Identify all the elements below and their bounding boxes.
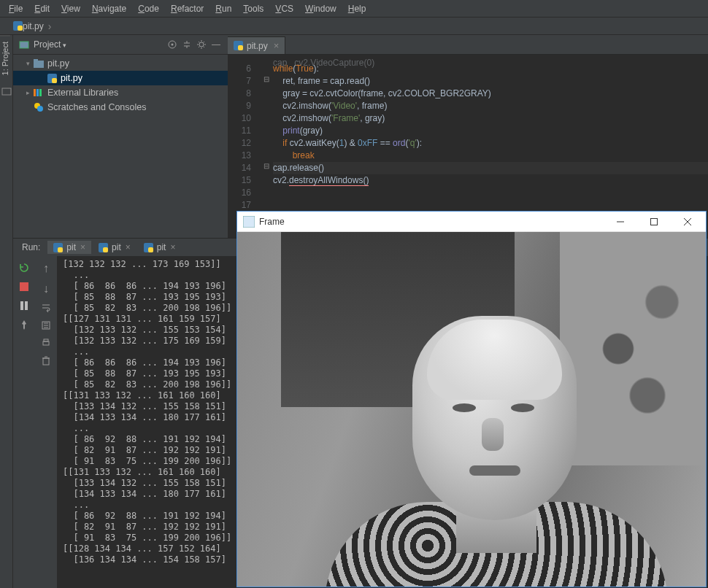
svg-point-6 — [199, 42, 204, 47]
frame-title: Frame — [259, 217, 604, 227]
python-file-icon — [234, 41, 243, 50]
menu-bar: FileEditViewNavigateCodeRefactorRunTools… — [0, 0, 708, 18]
menu-navigate[interactable]: Navigate — [86, 2, 132, 15]
svg-rect-1 — [18, 26, 23, 31]
pause-icon[interactable] — [18, 300, 30, 312]
scroll-to-end-icon[interactable] — [41, 320, 51, 330]
svg-point-15 — [37, 106, 43, 112]
left-stripe: 1: Project — [0, 35, 13, 588]
project-panel-header: Project — — [13, 35, 228, 55]
svg-rect-32 — [651, 218, 658, 225]
frame-image — [237, 232, 706, 587]
editor-tab-label: pit.py — [247, 41, 268, 51]
menu-window[interactable]: Window — [299, 2, 342, 15]
menu-view[interactable]: View — [55, 2, 86, 15]
hide-icon[interactable]: — — [210, 39, 222, 50]
close-button[interactable] — [671, 212, 704, 232]
up-arrow-icon[interactable]: ↑ — [43, 262, 49, 275]
tree-item-scratches-and-consoles[interactable]: Scratches and Consoles — [13, 100, 228, 115]
structure-icon[interactable] — [1, 87, 12, 97]
svg-rect-23 — [148, 247, 153, 252]
svg-rect-12 — [36, 89, 39, 96]
scratch-icon — [34, 102, 44, 112]
close-icon[interactable]: × — [80, 242, 85, 252]
gear-icon[interactable] — [196, 39, 207, 50]
collapse-all-icon[interactable] — [181, 39, 193, 50]
menu-run[interactable]: Run — [209, 2, 237, 15]
menu-edit[interactable]: Edit — [28, 2, 55, 15]
locate-icon[interactable] — [166, 39, 178, 50]
chevron-right-icon: › — [48, 20, 52, 32]
menu-file[interactable]: File — [3, 2, 28, 15]
run-tab-1[interactable]: pit× — [93, 241, 136, 254]
menu-tools[interactable]: Tools — [237, 2, 269, 15]
svg-rect-30 — [43, 358, 49, 365]
close-icon[interactable]: × — [126, 242, 131, 252]
run-right-toolbar: ↑ ↓ — [35, 256, 57, 588]
tree-item-pit-py[interactable]: pit.py — [13, 71, 228, 85]
svg-rect-31 — [243, 216, 255, 228]
svg-rect-8 — [34, 59, 38, 62]
rerun-icon[interactable] — [18, 262, 30, 274]
breadcrumb-file[interactable]: pit.py — [23, 21, 44, 31]
run-label: Run: — [22, 242, 40, 252]
stop-icon[interactable] — [18, 281, 30, 293]
svg-rect-29 — [44, 339, 48, 341]
pin-icon[interactable] — [18, 319, 30, 330]
svg-rect-24 — [20, 282, 28, 291]
svg-rect-10 — [52, 78, 57, 83]
svg-rect-11 — [34, 89, 36, 96]
maximize-button[interactable] — [637, 212, 671, 232]
svg-rect-28 — [43, 341, 49, 345]
project-icon — [19, 39, 29, 50]
close-icon[interactable]: × — [170, 242, 175, 252]
frame-titlebar[interactable]: Frame — [237, 212, 706, 232]
svg-rect-3 — [20, 42, 28, 48]
print-icon[interactable] — [41, 338, 51, 348]
project-tool-tab[interactable]: 1: Project — [0, 35, 10, 81]
svg-rect-17 — [238, 45, 243, 50]
svg-rect-13 — [39, 89, 42, 96]
run-tab-0[interactable]: pit× — [47, 241, 91, 254]
svg-rect-25 — [20, 301, 23, 310]
trash-icon[interactable] — [42, 355, 50, 365]
svg-rect-19 — [58, 247, 63, 252]
breadcrumb: pit.py › — [0, 18, 708, 35]
py-icon — [47, 73, 57, 83]
run-left-toolbar — [13, 256, 35, 588]
tree-item-pit-py[interactable]: ▾pit.py — [13, 56, 228, 71]
menu-code[interactable]: Code — [132, 2, 165, 15]
svg-point-5 — [172, 44, 174, 46]
menu-help[interactable]: Help — [342, 2, 372, 15]
python-file-icon — [13, 21, 23, 31]
project-dropdown[interactable]: Project — [34, 39, 163, 50]
editor-tabs: pit.py × — [228, 35, 708, 55]
down-arrow-icon[interactable]: ↓ — [43, 282, 49, 295]
folder-icon — [34, 58, 44, 69]
tree-item-external-libraries[interactable]: ▸External Libraries — [13, 85, 228, 100]
window-app-icon — [243, 216, 255, 228]
opencv-frame-window[interactable]: Frame — [236, 211, 707, 587]
soft-wrap-icon[interactable] — [41, 303, 51, 313]
menu-refactor[interactable]: Refactor — [165, 2, 209, 15]
svg-rect-26 — [25, 301, 28, 310]
svg-rect-21 — [103, 247, 108, 252]
close-icon[interactable]: × — [274, 40, 280, 51]
svg-rect-2 — [2, 88, 11, 95]
run-tab-2[interactable]: pit× — [138, 241, 182, 254]
editor-tab-pit[interactable]: pit.py × — [228, 36, 285, 54]
menu-vcs[interactable]: VCS — [269, 2, 299, 15]
minimize-button[interactable] — [604, 212, 637, 232]
lib-icon — [34, 88, 44, 98]
